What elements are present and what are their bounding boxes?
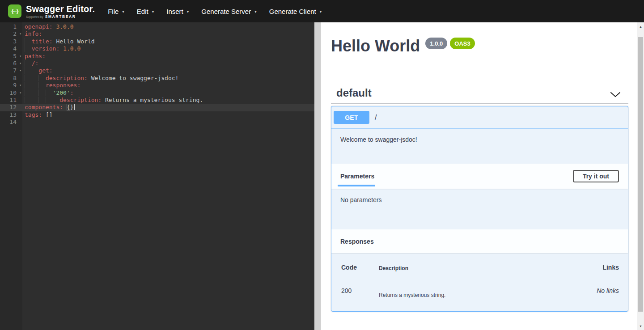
topbar: {···} Swagger Editor. Supported by SMART… (0, 0, 644, 22)
menu-file-label: File (108, 8, 119, 15)
line-number: 8 (0, 75, 22, 82)
smartbear-label: SMARTBEAR (45, 14, 76, 19)
chevron-down-icon: ▾ (254, 8, 257, 14)
chevron-down-icon: ▾ (152, 8, 154, 14)
fold-arrow-icon[interactable]: ▾ (19, 67, 21, 74)
operation-summary[interactable]: GET / (331, 106, 628, 129)
editor-line[interactable]: 9▾ responses: (0, 82, 314, 89)
response-links: No links (597, 287, 619, 294)
fold-arrow-icon[interactable]: ▾ (19, 53, 21, 60)
fold-arrow-icon[interactable]: ▾ (19, 30, 21, 38)
line-number: 10▾ (0, 89, 22, 97)
fold-arrow-icon[interactable]: ▾ (19, 89, 21, 97)
yaml-editor[interactable]: 1openapi: 3.0.02▾info:3 title: Hello Wor… (0, 22, 314, 330)
code-text: components: {} (22, 104, 75, 111)
collapse-chevron-icon[interactable] (610, 91, 620, 99)
get-method-button[interactable]: GET (334, 111, 369, 124)
menu-file[interactable]: File ▾ (106, 0, 127, 22)
editor-line[interactable]: 5▾paths: (0, 53, 314, 60)
swagger-ui-pane: Hello World 1.0.0 OAS3 default GET / Wel… (321, 22, 637, 330)
menu-insert[interactable]: Insert ▾ (164, 0, 191, 22)
editor-line[interactable]: 2▾info: (0, 30, 314, 38)
api-info: Hello World 1.0.0 OAS3 (331, 37, 475, 55)
swagger-logo-icon: {···} (8, 4, 21, 18)
code-text: '200': (22, 89, 74, 97)
tag-name: default (336, 87, 372, 99)
parameters-header: Parameters Try it out (331, 164, 628, 189)
tag-section-default[interactable]: default (331, 86, 628, 104)
tab-parameters[interactable]: Parameters (340, 164, 374, 189)
menu-generate-server-label: Generate Server (201, 8, 251, 15)
fold-arrow-icon[interactable]: ▾ (19, 60, 21, 67)
code-text: /: (22, 60, 38, 67)
code-text: openapi: 3.0.0 (22, 23, 74, 30)
scroll-down-arrow[interactable]: ▼ (637, 323, 644, 329)
scroll-up-arrow[interactable]: ▲ (637, 23, 644, 30)
brand-subtitle: Supported by SMARTBEAR (26, 14, 95, 19)
menu-generate-client[interactable]: Generate Client ▾ (267, 0, 324, 22)
brand-logo[interactable]: {···} Swagger Editor. Supported by SMART… (8, 4, 95, 19)
pane-splitter[interactable] (314, 22, 321, 330)
line-number: 3 (0, 38, 22, 45)
editor-line[interactable]: 12components: {} (0, 104, 314, 111)
line-number: 7▾ (0, 67, 22, 74)
table-divider (341, 281, 627, 281)
operation-description-text: Welcome to swagger-jsdoc! (340, 136, 619, 143)
editor-line[interactable]: 8 description: Welcome to swagger-jsdoc! (0, 75, 314, 82)
editor-line[interactable]: 10▾ '200': (0, 89, 314, 97)
editor-line[interactable]: 6▾ /: (0, 60, 314, 67)
code-text: version: 1.0.0 (22, 45, 80, 52)
braces-glyph: {···} (12, 8, 18, 14)
editor-line[interactable]: 1openapi: 3.0.0 (0, 23, 314, 30)
vertical-scrollbar[interactable]: ▲ ▼ (637, 22, 644, 330)
oas3-badge: OAS3 (450, 38, 475, 49)
operation-path: / (375, 114, 377, 122)
line-number: 13 (0, 111, 22, 118)
menu-generate-client-label: Generate Client (269, 8, 316, 15)
column-header-links: Links (602, 264, 619, 271)
version-badge: 1.0.0 (425, 38, 447, 49)
opblock-get: GET / Welcome to swagger-jsdoc! Paramete… (331, 106, 628, 312)
fold-arrow-icon[interactable]: ▾ (19, 82, 21, 89)
line-number: 4 (0, 45, 22, 52)
editor-line[interactable]: 14 (0, 118, 314, 126)
editor-line[interactable]: 4 version: 1.0.0 (0, 45, 314, 52)
menu-bar: File ▾ Edit ▾ Insert ▾ Generate Server ▾… (106, 0, 324, 22)
line-number: 14 (0, 118, 22, 126)
text-cursor (74, 104, 75, 110)
menu-insert-label: Insert (166, 8, 183, 15)
chevron-down-icon: ▾ (320, 8, 322, 14)
code-text: description: Returns a mysterious string… (22, 97, 203, 104)
line-number: 2▾ (0, 30, 22, 38)
supported-by-label: Supported by (26, 15, 43, 18)
column-header-description: Description (379, 265, 408, 271)
responses-heading: Responses (340, 238, 374, 245)
responses-table: Code Description Links 200 Returns a mys… (331, 253, 628, 311)
column-header-code: Code (341, 264, 357, 271)
editor-line[interactable]: 3 title: Hello World (0, 38, 314, 45)
api-title: Hello World (331, 37, 420, 55)
code-text: paths: (22, 53, 46, 60)
editor-line[interactable]: 7▾ get: (0, 67, 314, 74)
line-number: 12 (0, 104, 22, 111)
editor-lines: 1openapi: 3.0.02▾info:3 title: Hello Wor… (0, 23, 314, 126)
scrollbar-thumb[interactable] (638, 37, 643, 312)
response-code: 200 (341, 287, 352, 294)
code-text: get: (22, 67, 53, 74)
active-tab-indicator (338, 185, 375, 186)
code-text: responses: (22, 82, 80, 89)
menu-edit-label: Edit (137, 8, 148, 15)
editor-line[interactable]: 11 description: Returns a mysterious str… (0, 97, 314, 104)
brand-title: Swagger Editor. (26, 4, 95, 14)
code-text (22, 118, 25, 126)
chevron-down-icon: ▾ (187, 8, 189, 14)
response-description: Returns a mysterious string. (379, 292, 445, 298)
brand-text: Swagger Editor. Supported by SMARTBEAR (26, 4, 95, 19)
no-parameters-message: No parameters (331, 189, 628, 229)
code-text: title: Hello World (22, 38, 95, 45)
menu-generate-server[interactable]: Generate Server ▾ (199, 0, 258, 22)
parameters-tab-label: Parameters (340, 173, 374, 180)
menu-edit[interactable]: Edit ▾ (135, 0, 156, 22)
editor-line[interactable]: 13tags: [] (0, 111, 314, 118)
try-it-out-button[interactable]: Try it out (573, 170, 619, 182)
